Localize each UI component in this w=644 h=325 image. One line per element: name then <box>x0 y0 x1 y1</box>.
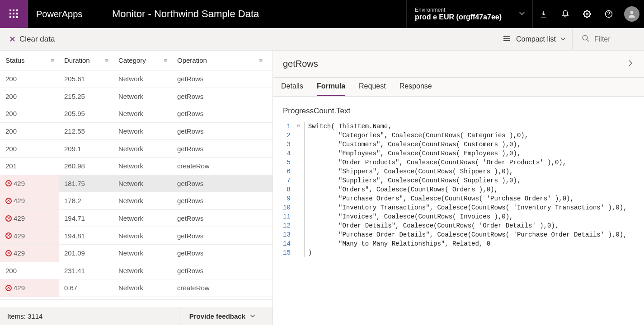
svg-point-6 <box>504 36 505 37</box>
cell-operation: getRows <box>172 145 273 153</box>
cell-category: Network <box>113 232 172 240</box>
column-header-label: Operation <box>177 56 207 64</box>
table-row[interactable]: 429194.71NetworkgetRows <box>0 210 273 228</box>
error-icon <box>5 180 12 186</box>
cell-status: 429 <box>0 175 59 192</box>
column-resize-icon[interactable] <box>259 57 262 64</box>
svg-point-0 <box>586 13 588 15</box>
cell-operation: getRows <box>172 180 273 187</box>
error-icon <box>5 215 12 222</box>
filter-input[interactable] <box>594 35 630 43</box>
detail-header: getRows <box>273 51 644 78</box>
provide-feedback-button[interactable]: Provide feedback <box>179 307 265 325</box>
compact-list-label: Compact list <box>516 35 556 43</box>
tab-response[interactable]: Response <box>400 78 432 96</box>
cell-status-text: 429 <box>14 249 25 257</box>
cell-duration: 194.81 <box>59 232 113 240</box>
table-row[interactable]: 429194.81NetworkgetRows <box>0 227 273 245</box>
column-header-category[interactable]: Category <box>113 56 172 64</box>
chevron-down-icon <box>519 10 525 18</box>
column-header-operation[interactable]: Operation <box>172 56 267 64</box>
svg-point-8 <box>504 40 505 41</box>
cell-category: Network <box>113 197 172 204</box>
column-resize-icon[interactable] <box>105 57 108 64</box>
cell-operation: getRows <box>172 214 273 222</box>
cell-status-text: 429 <box>14 197 25 204</box>
svg-point-2 <box>630 11 634 14</box>
cell-status: 429 <box>0 227 59 244</box>
cell-status-text: 200 <box>5 75 17 83</box>
cell-status: 200 <box>0 70 59 88</box>
table-row[interactable]: 200231.41NetworkgetRows <box>0 262 273 280</box>
horizontal-scrollbar[interactable] <box>0 299 273 307</box>
collapse-detail-button[interactable] <box>627 60 634 68</box>
items-count-label: Items: 3114 <box>7 312 42 320</box>
tab-request[interactable]: Request <box>359 78 386 96</box>
column-resize-icon[interactable] <box>51 57 53 64</box>
cell-duration: 231.41 <box>59 267 113 274</box>
search-icon <box>582 34 590 44</box>
property-name: ProgressCount.Text <box>283 107 634 116</box>
table-row[interactable]: 200215.25NetworkgetRows <box>0 88 273 106</box>
detail-tabs: Details Formula Request Response <box>273 78 644 97</box>
code-content[interactable]: Switch( ThisItem.Name, "Categories", Coa… <box>308 122 627 257</box>
table-row[interactable]: 429181.75NetworkgetRows <box>0 175 273 193</box>
cell-status: 200 <box>0 88 59 105</box>
cell-status-text: 200 <box>5 267 17 274</box>
cell-status: 429 <box>0 245 59 262</box>
cell-status-text: 200 <box>5 93 17 100</box>
code-editor[interactable]: 123456789101112131415 ⊟ Switch( ThisItem… <box>283 122 634 257</box>
fold-gutter: ⊟ <box>295 122 302 257</box>
cell-status-text: 429 <box>14 214 25 222</box>
cell-operation: getRows <box>172 127 273 135</box>
cell-operation: getRows <box>172 267 273 274</box>
column-header-duration[interactable]: Duration <box>59 56 113 64</box>
table-row[interactable]: 200205.61NetworkgetRows <box>0 70 273 88</box>
table-row[interactable]: 200209.1NetworkgetRows <box>0 140 273 158</box>
help-button[interactable] <box>598 0 620 28</box>
cell-status-text: 200 <box>5 110 17 117</box>
main-split: Status Duration Category Operation 20020… <box>0 51 644 325</box>
user-avatar[interactable] <box>624 6 639 22</box>
column-header-status[interactable]: Status <box>0 56 59 64</box>
column-header-label: Status <box>5 56 25 64</box>
cell-category: Network <box>113 267 172 274</box>
cell-category: Network <box>113 110 172 117</box>
error-icon <box>5 250 12 256</box>
settings-button[interactable] <box>576 0 598 28</box>
tab-formula[interactable]: Formula <box>317 78 345 96</box>
detail-pane: getRows Details Formula Request Response… <box>273 51 644 325</box>
column-resize-icon[interactable] <box>164 57 166 64</box>
table-row[interactable]: 429201.09NetworkgetRows <box>0 245 273 262</box>
table-body[interactable]: 200205.61NetworkgetRows200215.25Networkg… <box>0 70 273 299</box>
cell-duration: 209.1 <box>59 145 113 153</box>
cell-duration: 194.71 <box>59 214 113 222</box>
error-icon <box>5 232 12 239</box>
cell-duration: 201.09 <box>59 249 113 257</box>
notifications-button[interactable] <box>555 0 576 28</box>
cell-status-text: 201 <box>5 162 17 170</box>
column-header-label: Category <box>118 56 146 64</box>
cell-operation: getRows <box>172 197 273 204</box>
table-row[interactable]: 429178.2NetworkgetRows <box>0 192 273 210</box>
table-row[interactable]: 200205.95NetworkgetRows <box>0 105 273 123</box>
download-button[interactable] <box>533 0 555 28</box>
table-row[interactable]: 4290.67NetworkcreateRow <box>0 279 273 297</box>
environment-picker[interactable]: Environment prod e EUR (orgff47a7ee) <box>406 0 533 28</box>
cell-category: Network <box>113 145 172 153</box>
table-row[interactable]: 200212.55NetworkgetRows <box>0 123 273 140</box>
filter-input-wrapper[interactable] <box>577 34 635 44</box>
tab-details[interactable]: Details <box>281 78 303 96</box>
cell-status: 200 <box>0 123 59 140</box>
app-launcher-button[interactable] <box>0 0 28 28</box>
cell-status-text: 429 <box>14 284 25 292</box>
close-icon: ✕ <box>9 34 16 44</box>
environment-label: Environment <box>415 7 510 13</box>
compact-list-button[interactable]: Compact list <box>497 28 573 50</box>
cell-duration: 260.98 <box>59 162 113 170</box>
cell-status: 429 <box>0 210 59 227</box>
table-row[interactable]: 201260.98NetworkcreateRow <box>0 158 273 175</box>
cell-category: Network <box>113 214 172 222</box>
list-icon <box>503 34 512 44</box>
clear-data-button[interactable]: ✕ Clear data <box>9 34 55 44</box>
